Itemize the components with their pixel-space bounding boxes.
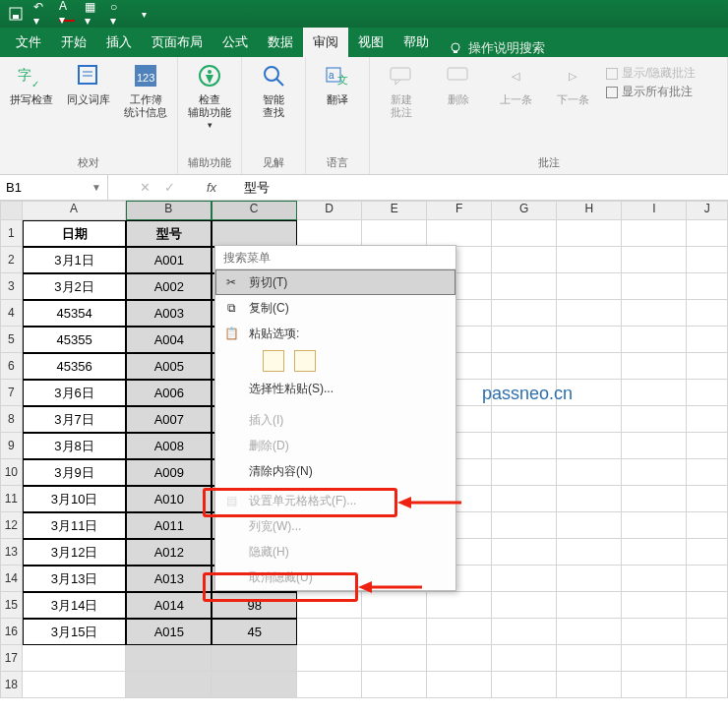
cell[interactable] [622, 353, 687, 380]
thesaurus-button[interactable]: 同义词库 [65, 61, 112, 119]
col-header-D[interactable]: D [297, 201, 362, 220]
row-header[interactable]: 17 [0, 645, 23, 672]
cell[interactable] [557, 512, 622, 539]
cell[interactable]: 3月11日 [23, 512, 127, 539]
cell[interactable] [362, 220, 427, 247]
row-header[interactable]: 5 [0, 327, 23, 353]
col-header-J[interactable]: J [687, 201, 728, 220]
cell[interactable] [492, 619, 557, 645]
cell[interactable] [687, 512, 728, 539]
row-header[interactable]: 6 [0, 353, 23, 380]
cell[interactable]: 45354 [23, 300, 127, 327]
col-header-I[interactable]: I [622, 201, 687, 220]
cell[interactable]: A012 [126, 539, 212, 566]
tab-file[interactable]: 文件 [6, 28, 51, 57]
cell[interactable] [126, 645, 212, 672]
cell[interactable] [687, 672, 728, 698]
cell[interactable] [362, 645, 427, 672]
cell[interactable] [557, 592, 622, 619]
cell[interactable]: 45356 [23, 353, 127, 380]
cell[interactable] [557, 353, 622, 380]
cell[interactable] [297, 220, 362, 247]
cell[interactable] [622, 380, 687, 406]
cell[interactable] [297, 645, 362, 672]
cell[interactable] [557, 406, 622, 433]
cell[interactable]: A010 [126, 486, 212, 512]
cell[interactable]: 45355 [23, 327, 127, 353]
col-header-G[interactable]: G [492, 201, 557, 220]
cell[interactable] [622, 327, 687, 353]
row-header[interactable]: 10 [0, 459, 23, 486]
show-all-comments-button[interactable]: 显示所有批注 [606, 86, 696, 98]
cell[interactable] [687, 220, 728, 247]
select-all-corner[interactable] [0, 201, 23, 220]
row-header[interactable]: 13 [0, 539, 23, 566]
row-header[interactable]: 2 [0, 247, 23, 273]
cell[interactable] [297, 672, 362, 698]
col-header-C[interactable]: C [212, 201, 297, 220]
cell[interactable] [492, 486, 557, 512]
font-color-icon[interactable]: A ▾ [59, 6, 75, 22]
cell[interactable] [362, 619, 427, 645]
tab-view[interactable]: 视图 [348, 28, 394, 57]
cell[interactable] [622, 592, 687, 619]
cell[interactable] [622, 619, 687, 645]
cell[interactable] [557, 327, 622, 353]
cell[interactable] [687, 486, 728, 512]
cell[interactable]: A013 [126, 566, 212, 592]
save-icon[interactable] [8, 6, 24, 22]
row-header[interactable]: 4 [0, 300, 23, 327]
row-header[interactable]: 3 [0, 273, 23, 300]
cell[interactable] [212, 672, 297, 698]
menu-clear[interactable]: 清除内容(N) [215, 458, 455, 484]
cell[interactable] [492, 459, 557, 486]
cell[interactable] [492, 300, 557, 327]
cell[interactable]: A002 [126, 273, 212, 300]
cell[interactable] [687, 273, 728, 300]
prev-comment-button[interactable]: ◁上一条 [492, 61, 539, 106]
cell[interactable] [687, 327, 728, 353]
cell[interactable]: A001 [126, 247, 212, 273]
cell[interactable] [622, 672, 687, 698]
cell[interactable] [492, 220, 557, 247]
cell[interactable] [297, 592, 362, 619]
row-header[interactable]: 18 [0, 672, 23, 698]
tab-home[interactable]: 开始 [51, 28, 96, 57]
row-header[interactable]: 12 [0, 512, 23, 539]
col-header-F[interactable]: F [427, 201, 492, 220]
cell[interactable] [557, 539, 622, 566]
tab-review[interactable]: 审阅 [303, 28, 348, 57]
cell[interactable]: 3月1日 [23, 247, 127, 273]
cell[interactable]: A015 [126, 619, 212, 645]
menu-search[interactable] [215, 246, 455, 269]
cell[interactable]: A009 [126, 459, 212, 486]
cell[interactable]: 3月15日 [23, 619, 127, 645]
cell[interactable] [23, 672, 127, 698]
row-header[interactable]: 15 [0, 592, 23, 619]
cell[interactable] [557, 220, 622, 247]
cell[interactable]: A005 [126, 353, 212, 380]
next-comment-button[interactable]: ▷下一条 [549, 61, 596, 106]
cell[interactable] [557, 619, 622, 645]
cell[interactable] [557, 672, 622, 698]
col-header-A[interactable]: A [23, 201, 127, 220]
cell[interactable] [687, 459, 728, 486]
cell[interactable]: A008 [126, 433, 212, 459]
cell[interactable] [687, 539, 728, 566]
cell[interactable] [687, 380, 728, 406]
cell[interactable] [492, 327, 557, 353]
cell[interactable] [492, 672, 557, 698]
cell[interactable]: A007 [126, 406, 212, 433]
row-header[interactable]: 8 [0, 406, 23, 433]
cell[interactable] [362, 672, 427, 698]
cell[interactable] [557, 645, 622, 672]
cell[interactable] [622, 433, 687, 459]
cell[interactable] [557, 486, 622, 512]
cell[interactable] [492, 406, 557, 433]
toggle-comment-button[interactable]: 显示/隐藏批注 [606, 67, 696, 80]
customize-qat-icon[interactable]: ▾ [136, 6, 152, 22]
cell[interactable] [492, 353, 557, 380]
cell[interactable]: 3月12日 [23, 539, 127, 566]
enter-icon[interactable]: ✓ [164, 180, 175, 195]
row-header[interactable]: 16 [0, 619, 23, 645]
